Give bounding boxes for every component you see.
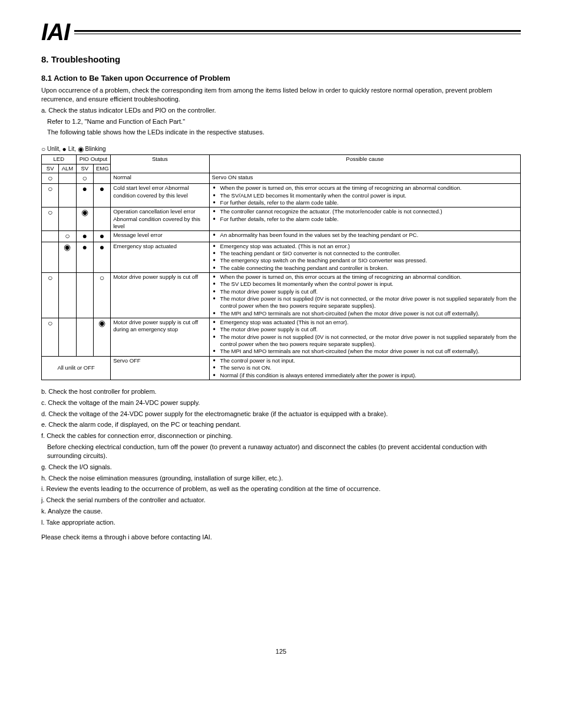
status-cell: Motor drive power supply is cut off [111,273,209,318]
cause-cell: Emergency stop was actuated (This is not… [209,318,520,357]
led-status-table: LED PIO Output Status Possible cause SV … [41,154,521,380]
table-row: ○ ● ● Message level error An abnormality… [42,231,521,242]
cause-bullet: Emergency stop was actuated (This is not… [212,319,518,326]
cause-bullet: The motor drive power supply is cut off. [212,288,518,295]
legend: ○ Unlit, ● Lit, ◉ Blinking [41,145,521,153]
unlit-symbol: ○ [48,184,52,193]
check-a-label: a. Check the status indicator LEDs and P… [41,106,521,115]
table-row: ○ ○ Normal Servo ON status [42,173,521,183]
blink-symbol: ◉ [64,242,71,252]
check-a-ref: Refer to 1.2, "Name and Function of Each… [47,117,521,126]
table-row: ○ ◉ Operation cancellation level error A… [42,207,521,231]
status-cell: Servo OFF [111,356,209,380]
emg-header: EMG [93,164,110,173]
check-l: l. Take appropriate action. [41,518,521,527]
unlit-symbol: ○ [48,173,52,183]
section-heading: 8. Troubleshooting [41,54,521,64]
cause-bullet: The SV LED becomes lit momentarily when … [212,281,518,288]
unlit-symbol: ○ [82,173,87,183]
status-cell: Message level error [111,231,209,242]
section-title: Troubleshooting [51,54,121,64]
check-e: e. Check the alarm code, if displayed, o… [41,420,521,429]
unlit-symbol: ○ [41,145,45,153]
sv-header: SV [42,164,59,173]
cause-cell: When the power is turned on, this error … [209,273,520,318]
cause-cell: Servo ON status [209,173,520,183]
page-header: IAI [41,24,521,40]
subsection-title: Action to Be Taken upon Occurrence of Pr… [54,74,230,83]
lit-symbol: ● [100,184,104,193]
check-g: g. Check the I/O signals. [41,463,521,472]
cause-bullet: When the power is turned on, this error … [212,185,518,192]
lit-symbol: ● [100,242,104,252]
cause-cell: An abnormality has been found in the val… [209,231,520,242]
section-number: 8. [41,54,49,64]
status-cell: Emergency stop actuated [111,242,209,272]
cause-bullet: An abnormality has been found in the val… [212,232,518,239]
blink-symbol: ◉ [81,207,88,217]
status-cell: Motor drive power supply is cut off duri… [111,318,209,357]
pio-group-header: PIO Output [76,155,111,164]
lit-symbol: ● [62,145,67,153]
cause-bullet: The cable connecting the teaching pendan… [212,265,518,272]
status-cell: Normal [111,173,209,183]
cause-bullet: The motor drive power supply is cut off. [212,326,518,333]
cause-bullet: The control power is not input. [212,357,518,364]
unlit-symbol: ○ [48,318,52,328]
check-b: b. Check the host controller for problem… [41,387,521,396]
cause-header: Possible cause [209,155,520,173]
cause-bullet: The teaching pendant or SIO converter is… [212,250,518,257]
cause-bullet: For further details, refer to the alarm … [212,216,518,223]
cause-cell: Emergency stop was actuated. (This is no… [209,242,520,272]
subsection-heading: 8.1 Action to Be Taken upon Occurrence o… [41,74,521,83]
subsection-number: 8.1 [41,74,52,83]
cause-bullet: Normal (if this condition is always ente… [212,372,518,379]
table-row: ○ ○ Motor drive power supply is cut off … [42,273,521,318]
legend-blink: Blinking [85,146,106,152]
cause-bullet: The motor drive power is not supplied (0… [212,295,518,310]
cause-bullet: When the power is turned on, this error … [212,274,518,281]
cause-bullet: The MPI and MPO terminals are not short-… [212,310,518,317]
check-k: k. Analyze the cause. [41,507,521,516]
closing-note: Please check items a through i above bef… [41,533,521,542]
cause-bullet: The motor drive power is not supplied (0… [212,334,518,348]
check-i: i. Review the events leading to the occu… [41,485,521,493]
cause-bullet: The controller cannot recognize the actu… [212,208,518,215]
alm-header: ALM [59,164,76,173]
led-header-row-1: LED PIO Output Status Possible cause [42,155,521,164]
check-c: c. Check the voltage of the main 24-VDC … [41,398,521,407]
intro-paragraph: Upon occurrence of a problem, check the … [41,86,521,104]
lit-symbol: ● [82,231,87,241]
table-row: ○ ● ● Cold start level error Abnormal co… [42,184,521,207]
table-row: ○ ◉ Motor drive power supply is cut off … [42,318,521,357]
status-cell: Cold start level error Abnormal conditio… [111,184,209,207]
check-f: f. Check the cables for connection error… [41,431,521,440]
cause-cell: When the power is turned on, this error … [209,184,520,207]
led-table-intro: The following table shows how the LEDs i… [47,128,521,137]
check-h: h. Check the noise elimination measures … [41,474,521,483]
sv-header-2: SV [76,164,93,173]
page-number: 125 [41,648,521,655]
legend-lit: Lit, [68,146,76,152]
cause-bullet: The servo is not ON. [212,364,518,371]
cause-cell: The controller cannot recognize the actu… [209,207,520,231]
check-d: d. Check the voltage of the 24-VDC power… [41,410,521,419]
led-group-header: LED [42,155,77,164]
table-row: All unlit or OFF Servo OFF The control p… [42,356,521,380]
unlit-symbol: ○ [48,273,52,282]
check-f-note: Before checking electrical conduction, t… [47,443,521,460]
legend-unlit: Unlit, [47,146,61,152]
check-j: j. Check the serial numbers of the contr… [41,496,521,505]
all-off-note: All unlit or OFF [42,356,111,380]
lit-symbol: ● [82,184,87,193]
cause-bullet: Emergency stop was actuated. (This is no… [212,243,518,250]
cause-bullet: The SV/ALM LED becomes lit momentarily w… [212,192,518,199]
cause-cell: The control power is not input. The serv… [209,356,520,380]
lit-symbol: ● [82,242,87,252]
cause-bullet: The MPI and MPO terminals are not short-… [212,348,518,355]
header-rule [74,30,521,34]
unlit-symbol: ○ [65,231,70,241]
unlit-symbol: ○ [48,207,52,217]
table-row: ◉ ● ● Emergency stop actuated Emergency … [42,242,521,272]
status-header: Status [111,155,209,173]
